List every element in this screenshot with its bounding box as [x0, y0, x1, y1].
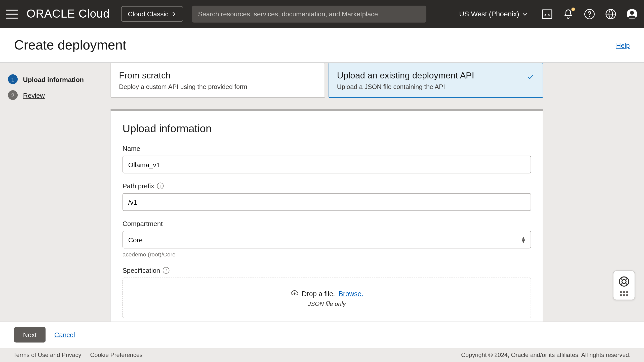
next-button[interactable]: Next: [14, 327, 46, 343]
cloud-classic-button[interactable]: Cloud Classic: [121, 6, 183, 22]
chevron-right-icon: [171, 11, 176, 17]
cancel-button[interactable]: Cancel: [54, 331, 75, 339]
name-label: Name: [123, 145, 531, 152]
region-selector[interactable]: US West (Phoenix): [459, 10, 528, 18]
copyright-text: Copyright © 2024, Oracle and/or its affi…: [461, 352, 631, 358]
svg-point-2: [589, 16, 590, 17]
cloud-upload-icon: [290, 289, 298, 299]
life-ring-icon: [618, 275, 630, 288]
drag-grip-icon: [620, 291, 628, 296]
info-icon[interactable]: i: [157, 183, 164, 189]
path-prefix-label: Path prefixi: [123, 182, 531, 190]
language-icon[interactable]: [605, 8, 617, 20]
step-label: Review: [23, 91, 45, 99]
brand-logo: ORACLE Cloud: [26, 7, 110, 21]
terms-link[interactable]: Terms of Use and Privacy: [13, 352, 81, 358]
choice-upload-existing[interactable]: Upload an existing deployment API Upload…: [329, 63, 543, 98]
name-input[interactable]: [123, 156, 531, 173]
card-heading: Upload information: [123, 122, 531, 135]
help-link[interactable]: Help: [616, 41, 630, 49]
compartment-select[interactable]: [123, 231, 531, 248]
help-icon[interactable]: [584, 8, 595, 20]
choice-title: From scratch: [119, 70, 317, 80]
notification-badge: [571, 7, 575, 11]
svg-rect-0: [542, 10, 552, 18]
page-title: Create deployment: [14, 37, 616, 53]
choice-from-scratch[interactable]: From scratch Deploy a custom API using t…: [111, 63, 325, 98]
compartment-hint: acedemo (root)/Core: [123, 251, 531, 258]
profile-icon[interactable]: [626, 8, 638, 20]
path-prefix-input[interactable]: [123, 193, 531, 211]
notifications-icon[interactable]: [562, 8, 574, 20]
step-number: 1: [8, 74, 18, 84]
hamburger-menu-icon[interactable]: [6, 10, 18, 18]
check-icon: [527, 73, 535, 83]
search-input[interactable]: [192, 6, 426, 22]
choice-subtitle: Deploy a custom API using the provided f…: [119, 83, 317, 90]
svg-point-5: [630, 11, 634, 14]
svg-point-7: [622, 280, 626, 284]
support-widget[interactable]: [613, 270, 635, 300]
drop-text: Drop a file.: [302, 290, 335, 298]
upload-information-card: Upload information Name Path prefixi Com…: [111, 109, 543, 321]
drop-sub: JSON file only: [308, 300, 346, 307]
specification-label: Specificationi: [123, 266, 531, 274]
step-review[interactable]: 2 Review: [8, 90, 103, 100]
browse-link[interactable]: Browse.: [339, 290, 363, 298]
chevron-down-icon: [522, 11, 528, 17]
info-icon[interactable]: i: [163, 267, 169, 274]
step-label: Upload information: [23, 75, 84, 83]
choice-title: Upload an existing deployment API: [337, 70, 535, 80]
file-drop-zone[interactable]: Drop a file. Browse. JSON file only: [123, 278, 531, 318]
cookie-preferences-link[interactable]: Cookie Preferences: [90, 352, 142, 358]
step-upload-information: 1 Upload information: [8, 74, 103, 84]
step-number: 2: [8, 90, 18, 100]
choice-subtitle: Upload a JSON file containing the API: [337, 83, 535, 90]
compartment-label: Compartment: [123, 220, 531, 227]
dev-tools-icon[interactable]: [541, 8, 553, 20]
